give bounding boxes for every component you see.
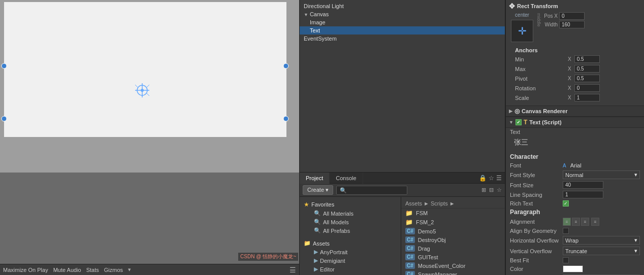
lock-icon[interactable]: 🔒 <box>479 175 487 182</box>
hierarchy-item-eventsystem[interactable]: EventSystem <box>300 35 505 43</box>
overflow-menu-icon[interactable]: ☰ <box>496 175 502 182</box>
mute-audio-btn[interactable]: Mute Audio <box>53 267 81 273</box>
tab-project[interactable]: Project <box>300 173 330 184</box>
project-icon2[interactable]: ⊟ <box>489 187 494 193</box>
hierarchy-item-image[interactable]: Image <box>300 18 505 26</box>
rich-text-label: Rich Text <box>510 200 561 207</box>
text-script-enabled-checkbox[interactable]: ✓ <box>516 119 522 125</box>
hierarchy-item-canvas[interactable]: ▼Canvas <box>300 10 505 18</box>
align-center-icon[interactable]: ≡ <box>572 218 580 226</box>
anyportrait-label: AnyPortrait <box>320 249 347 255</box>
align-justify-icon[interactable]: ≡ <box>591 218 599 226</box>
all-prefabs-label: All Prefabs <box>323 228 350 234</box>
fsm2-label: FSM_2 <box>416 219 434 225</box>
all-materials-label: All Materials <box>323 211 353 217</box>
all-materials-icon: 🔍 <box>314 210 321 217</box>
all-prefabs-item[interactable]: 🔍 All Prefabs <box>304 226 397 235</box>
best-fit-checkbox[interactable] <box>563 257 569 263</box>
stats-btn[interactable]: Stats <box>86 267 99 273</box>
scale-label: Scale <box>515 95 566 101</box>
paragraph-header-row: Paragraph <box>506 208 644 217</box>
demigiant-item[interactable]: ▶ Demigiant <box>304 256 397 265</box>
search-input[interactable] <box>336 186 407 195</box>
rich-text-checkbox[interactable]: ✓ <box>563 200 569 207</box>
hierarchy-item-text[interactable]: Text <box>300 26 505 35</box>
character-header-row: Character <box>506 152 644 161</box>
fsm2-folder-icon: 📁 <box>405 219 413 226</box>
anchors-min-x-input[interactable] <box>574 55 600 63</box>
favorites-header[interactable]: ★ Favorites <box>304 200 397 209</box>
assets-path-breadcrumb: Assets ► Scripts ► <box>401 199 505 209</box>
editor-item[interactable]: ▶ Editor <box>304 265 397 273</box>
text-content-row: 张三 <box>506 136 644 149</box>
width-input[interactable] <box>559 21 585 28</box>
project-console-panel: Project Console 🔒 ☆ ☰ Create ▾ ⊞ ⊟ ☆ <box>300 173 505 275</box>
font-style-row: Font Style Normal ▾ <box>506 169 644 180</box>
text-content-value: 张三 <box>510 137 532 148</box>
font-style-dropdown[interactable]: Normal ▾ <box>563 170 640 179</box>
destroyobj-item[interactable]: C# DestroyObj <box>401 235 505 244</box>
mouse-event-color-item[interactable]: C# MouseEvent_Color <box>401 261 505 270</box>
anchor-widget[interactable]: ✛ <box>511 20 533 42</box>
text-section-label: Text <box>510 129 561 135</box>
vertical-overflow-dropdown[interactable]: Truncate ▾ <box>563 247 640 255</box>
tab-console[interactable]: Console <box>330 173 363 184</box>
anchors-max-x-input[interactable] <box>574 65 600 73</box>
font-row: Font A Arial <box>506 161 644 169</box>
text-section-label-row: Text <box>506 128 644 136</box>
color-swatch[interactable] <box>563 265 583 272</box>
guitartest-script-icon: C# <box>405 254 415 260</box>
anyportrait-item[interactable]: ▶ AnyPortrait <box>304 248 397 256</box>
fsm-item[interactable]: 📁 FSM <box>401 209 505 218</box>
spawnmanager-item[interactable]: C# SpawnManager <box>401 270 505 275</box>
maximize-on-play-btn[interactable]: Maximize On Play <box>3 267 48 273</box>
text-script-header[interactable]: ▼ ✓ T Text (Script) <box>506 117 644 128</box>
rotation-x-input[interactable] <box>574 84 600 92</box>
destroyobj-script-icon: C# <box>405 236 415 243</box>
canvas-renderer-header[interactable]: ▶ ◎ Canvas Renderer <box>506 106 644 117</box>
panel-tab-icons: 🔒 ☆ ☰ <box>479 175 505 182</box>
demo5-item[interactable]: C# Demo5 <box>401 227 505 235</box>
anchors-max-label: Max <box>515 66 566 72</box>
font-style-value: Normal <box>565 172 583 178</box>
font-style-label: Font Style <box>510 172 561 178</box>
font-size-input[interactable] <box>563 181 603 189</box>
align-right-icon[interactable]: ≡ <box>581 218 589 226</box>
assets-header[interactable]: 📁 Assets <box>304 239 397 248</box>
demigiant-folder-icon: ▶ <box>314 257 318 264</box>
scene-toolbar: Maximize On Play Mute Audio Stats Gizmos… <box>0 264 299 275</box>
line-spacing-input[interactable] <box>563 191 603 198</box>
rect-transform-fields: Pos X Width <box>542 12 641 28</box>
rotation-row: Rotation X <box>511 83 639 93</box>
star-icon[interactable]: ☆ <box>489 175 494 182</box>
align-by-geometry-checkbox[interactable] <box>563 228 569 234</box>
guitartest-item[interactable]: C# GUITest <box>401 253 505 261</box>
directional-light-label: Directional Light <box>304 3 344 9</box>
drag-item[interactable]: C# Drag <box>401 244 505 253</box>
scale-x-input[interactable] <box>574 94 600 101</box>
project-star2[interactable]: ☆ <box>497 187 502 193</box>
gizmos-btn[interactable]: Gizmos <box>104 267 123 273</box>
all-materials-item[interactable]: 🔍 All Materials <box>304 209 397 218</box>
scene-canvas[interactable] <box>0 0 299 173</box>
horizontal-overflow-dropdown[interactable]: Wrap ▾ <box>563 236 640 245</box>
color-row: Color <box>506 264 644 273</box>
hierarchy-item-directional-light[interactable]: Directional Light <box>300 2 505 10</box>
all-models-item[interactable]: 🔍 All Models <box>304 218 397 226</box>
pivot-x-input[interactable] <box>574 75 600 82</box>
anchors-max-x-label: X <box>568 66 571 72</box>
pivot-x-label: X <box>568 76 571 81</box>
align-left-icon[interactable]: ≡ <box>563 218 571 226</box>
fsm2-item[interactable]: 📁 FSM_2 <box>401 218 505 227</box>
font-value: Arial <box>570 162 640 168</box>
anchors-min-x-label: X <box>568 56 571 62</box>
create-button[interactable]: Create ▾ <box>303 185 333 195</box>
pivot-row: Pivot X <box>511 74 639 83</box>
hamburger-icon[interactable]: ☰ <box>289 266 296 274</box>
scale-row: Scale X <box>511 93 639 102</box>
inspector-panel: ✥ Rect Transform center ✛ middle Pos X <box>505 0 644 275</box>
vertical-overflow-chevron-icon: ▾ <box>634 248 637 254</box>
text-script-type-icon: T <box>524 119 527 126</box>
pos-x-input[interactable] <box>559 12 585 20</box>
project-icon1[interactable]: ⊞ <box>481 187 486 193</box>
